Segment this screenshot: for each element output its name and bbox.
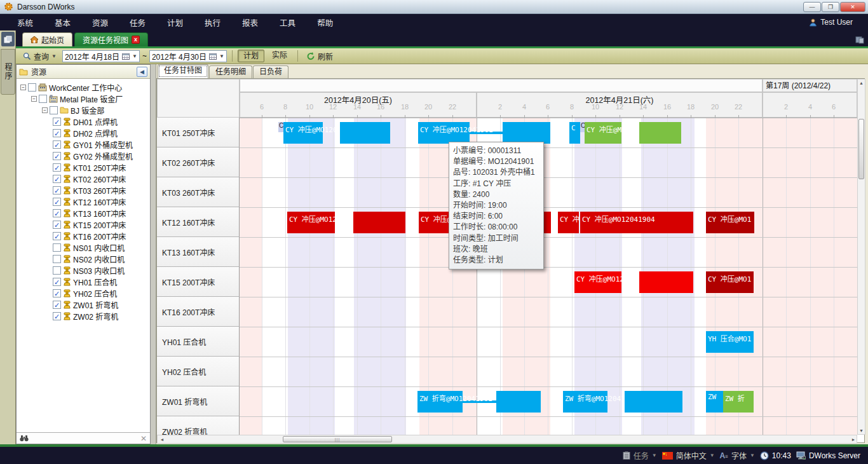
gantt-tab-2[interactable]: 日负荷 (253, 65, 288, 78)
tree-item[interactable]: ✓YH02 压合机 (17, 287, 150, 299)
tab-close-icon[interactable]: x (132, 36, 140, 44)
tree-item[interactable]: ✓KT13 160T冲床 (17, 207, 150, 219)
task-bar[interactable]: ZW 折弯@MO12041901 (563, 391, 607, 413)
checkbox[interactable]: ✓ (53, 186, 61, 194)
task-bar[interactable]: CY 冲压@MO12041901 (283, 122, 323, 144)
task-bar[interactable]: ZW 折 (723, 391, 754, 413)
query-button[interactable]: 查询 ▼ (20, 50, 60, 62)
status-language[interactable]: 简体中文 ▼ (662, 450, 715, 461)
task-bar[interactable]: YH 压合@MO1 (706, 331, 754, 353)
checkbox[interactable]: ✓ (53, 175, 61, 183)
tree-item[interactable]: −WorkCenter 工作中心 (17, 81, 150, 93)
checkbox[interactable]: ✓ (53, 118, 61, 126)
tree-item[interactable]: ✓KT12 160T冲床 (17, 196, 150, 207)
checkbox[interactable]: ✓ (53, 232, 61, 240)
plan-toggle-button[interactable]: 计划 (238, 50, 264, 62)
tree-item[interactable]: ✓KT03 260T冲床 (17, 184, 150, 196)
checkbox[interactable]: ✓ (53, 209, 61, 217)
close-button[interactable]: ✕ (840, 2, 865, 12)
checkbox[interactable]: ✓ (53, 129, 61, 137)
checkbox[interactable] (53, 266, 61, 275)
tree-item[interactable]: ✓KT16 200T冲床 (17, 230, 150, 242)
status-tasks[interactable]: 任务 ▼ (623, 450, 657, 461)
tree-item[interactable]: −BJ 钣金部 (17, 104, 150, 116)
task-bar[interactable]: C (569, 122, 580, 144)
tree-item[interactable]: ✓GY01 外桶成型机 (17, 139, 150, 150)
task-bar-clipped[interactable]: C (278, 122, 283, 132)
status-font[interactable]: A≡ 字体 ▼ (720, 450, 755, 461)
checkbox[interactable]: ✓ (53, 312, 61, 320)
task-bar[interactable] (639, 271, 693, 293)
date-from-input[interactable]: 2012年 4月18日 ▼ (62, 50, 140, 62)
horizontal-scroll-thumb[interactable]: ||| (283, 436, 392, 442)
binoculars-icon[interactable] (20, 435, 29, 442)
tree-item[interactable]: NS03 内收口机 (17, 264, 150, 276)
collapse-panel-button[interactable]: ◀ (137, 67, 147, 77)
menu-item-2[interactable]: 资源 (81, 17, 119, 29)
restore-button[interactable]: ❐ (822, 2, 839, 12)
tree-item[interactable]: ✓YH01 压合机 (17, 276, 150, 287)
checkbox[interactable] (53, 255, 61, 263)
tree-item[interactable]: ✓KT15 200T冲床 (17, 219, 150, 230)
tree-item[interactable]: ✓ZW02 折弯机 (17, 310, 150, 322)
tree-item[interactable]: ✓DH01 点焊机 (17, 116, 150, 127)
task-bar-clipped[interactable]: C (580, 122, 585, 132)
task-bar[interactable] (639, 122, 681, 144)
minimize-button[interactable]: — (803, 2, 821, 12)
checkbox[interactable]: ✓ (53, 221, 61, 229)
task-bar[interactable] (503, 122, 550, 144)
checkbox[interactable]: ✓ (53, 163, 61, 172)
tab-start-page[interactable]: 起始页 (22, 32, 72, 46)
side-tab-programs[interactable]: 程序 (1, 49, 15, 95)
task-bar[interactable]: CY 冲压@MO12041901 (418, 122, 470, 144)
menu-item-5[interactable]: 执行 (194, 17, 231, 29)
checkbox[interactable] (39, 95, 47, 103)
menu-item-0[interactable]: 系统 (6, 17, 44, 29)
task-bar[interactable]: CY 冲 (558, 212, 579, 233)
task-bar[interactable] (496, 391, 541, 413)
checkbox[interactable]: ✓ (53, 301, 61, 309)
checkbox[interactable]: ✓ (53, 152, 61, 160)
task-bar[interactable]: CY 冲压@MO1 (706, 212, 754, 233)
menu-item-7[interactable]: 工具 (269, 17, 306, 29)
task-bar[interactable] (340, 122, 390, 144)
task-bar[interactable]: CY 冲压@MO12041904 (580, 212, 693, 233)
chevron-down-icon[interactable]: ▼ (219, 53, 224, 59)
tab-resource-task-view[interactable]: 资源任务视图 x (74, 32, 148, 46)
task-bar[interactable]: ZW 折弯@MO12041901 (417, 391, 463, 413)
gantt-tab-0[interactable]: 任务甘特图 (158, 64, 208, 78)
actual-toggle-button[interactable]: 实际 (267, 50, 292, 62)
tree-item[interactable]: NS01 内收口机 (17, 242, 150, 253)
menu-item-8[interactable]: 帮助 (306, 17, 344, 29)
panels-icon[interactable] (1, 32, 15, 46)
menu-item-3[interactable]: 任务 (119, 17, 156, 29)
expand-collapse-icon[interactable]: − (31, 96, 37, 102)
task-bar[interactable] (625, 391, 682, 413)
checkbox[interactable] (53, 243, 61, 252)
task-bar[interactable]: CY 冲压@MO12041904 (287, 212, 335, 233)
checkbox[interactable]: ✓ (53, 198, 61, 206)
task-bar[interactable]: CY 冲压@MO12041902 (585, 122, 621, 144)
checkbox[interactable] (50, 106, 58, 114)
tree-item[interactable]: ✓ZW01 折弯机 (17, 299, 150, 310)
checkbox[interactable] (28, 83, 36, 92)
tree-item[interactable]: ✓GY02 外桶成型机 (17, 150, 150, 161)
checkbox[interactable]: ✓ (53, 140, 61, 149)
clear-filter-icon[interactable]: ✕ (140, 434, 147, 443)
expand-collapse-icon[interactable]: − (42, 107, 48, 113)
panel-splitter[interactable] (151, 64, 156, 444)
checkbox[interactable]: ✓ (53, 289, 61, 297)
chevron-down-icon[interactable]: ▼ (132, 53, 137, 59)
refresh-button[interactable]: 刷新 (303, 50, 336, 62)
scroll-down-icon[interactable]: ▼ (858, 428, 865, 433)
menu-item-1[interactable]: 基本 (44, 17, 81, 29)
menu-item-4[interactable]: 计划 (156, 17, 194, 29)
expand-collapse-icon[interactable]: − (20, 85, 26, 90)
vertical-scrollbar[interactable]: ▲▼ (857, 79, 865, 435)
task-bar[interactable]: ZW (706, 391, 723, 413)
scroll-up-icon[interactable]: ▲ (858, 81, 865, 85)
scroll-right-icon[interactable]: ► (851, 437, 856, 442)
tree-item[interactable]: ✓DH02 点焊机 (17, 127, 150, 139)
date-to-input[interactable]: 2012年 4月30日 ▼ (149, 50, 227, 62)
tree-item[interactable]: −Metal Plate 钣金厂 (17, 93, 150, 104)
